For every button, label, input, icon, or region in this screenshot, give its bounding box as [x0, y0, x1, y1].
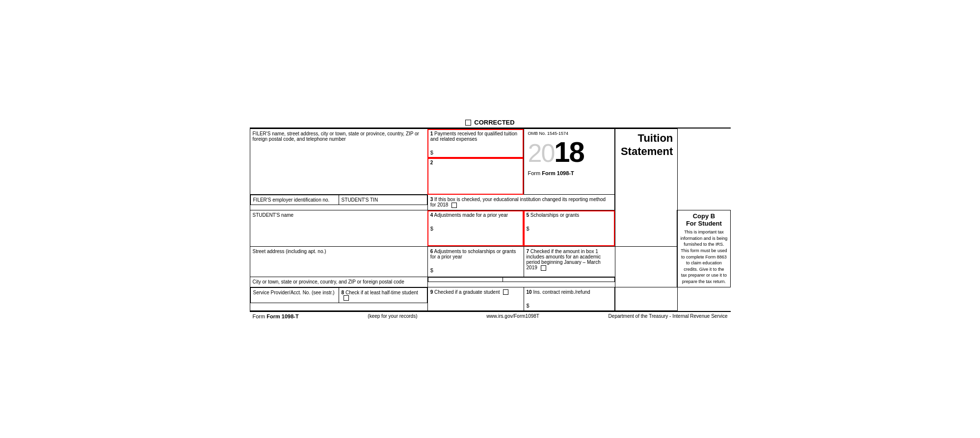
service-provider-label: Service Provider/Acct. No. (see instr.)	[253, 290, 335, 295]
footer-website: www.irs.gov/Form1098T	[486, 313, 539, 319]
form-name-bold: Form 1098-T	[542, 170, 574, 176]
student-tin-label: STUDENT'S TIN	[342, 197, 378, 203]
box8-9-10-cell	[427, 277, 615, 287]
copy-b-line2: For Student	[686, 220, 722, 227]
box1-dollar: $	[430, 150, 521, 155]
form-1098t: CORRECTED FILER'S name, street address, …	[250, 117, 731, 320]
filer-emp-id-label: FILER'S employer identification no.	[253, 197, 330, 203]
student-name-label: STUDENT'S name	[253, 212, 294, 218]
corrected-checkbox[interactable]	[465, 120, 471, 126]
city-cell: City or town, state or province, country…	[250, 277, 427, 287]
box8-row-cell	[428, 277, 503, 282]
year-display: 2018	[528, 138, 611, 166]
box9-num: 9	[430, 289, 433, 295]
service-provider-cell: Service Provider/Acct. No. (see instr.)	[250, 287, 339, 303]
city-label: City or town, state or province, country…	[253, 279, 404, 284]
ids-row-cell: FILER'S employer identification no. STUD…	[250, 195, 427, 210]
box4-num: 4	[430, 212, 433, 218]
year-cell: OMB No. 1545-1574 2018 Form Form 1098-T	[524, 129, 615, 195]
student-tin-cell: STUDENT'S TIN	[339, 195, 427, 205]
street-address-cell: Street address (including apt. no.)	[250, 246, 427, 277]
footer-keep-label: (keep for your records)	[368, 313, 417, 319]
box3-cell: 3 If this box is checked, your education…	[427, 195, 615, 210]
box5-label: Scholarships or grants	[530, 212, 580, 218]
street-address-label: Street address (including apt. no.)	[253, 249, 326, 254]
box10-dollar: $	[527, 303, 612, 309]
box10-num: 10	[527, 289, 532, 295]
title-line1: Tuition	[619, 132, 673, 145]
box8-num: 8	[342, 290, 344, 295]
box8-cell: 8 Check if at least half-time student	[339, 287, 427, 303]
copy-b-bottom	[615, 287, 677, 310]
box3-checkbox[interactable]	[451, 203, 457, 208]
copy-b-description: This is important tax information and is…	[680, 229, 727, 284]
box1-cell: 1 Payments received for qualified tuitio…	[427, 129, 524, 158]
copy-b-title: Copy B For Student	[680, 212, 727, 227]
footer-form-label: Form Form 1098-T	[253, 313, 299, 319]
student-name-cell: STUDENT'S name	[250, 210, 427, 246]
copy-b-cell: Copy B For Student This is important tax…	[677, 210, 730, 287]
copy-b-line1: Copy B	[693, 212, 715, 220]
box5-cell: 5 Scholarships or grants $	[524, 210, 615, 246]
form-name: Form Form 1098-T	[528, 170, 611, 176]
filer-name-cell: FILER'S name, street address, city or to…	[250, 129, 427, 195]
box4-dollar: $	[430, 226, 521, 232]
box7-cell: 7 Checked if the amount in box 1 include…	[524, 246, 615, 277]
service-provider-row: Service Provider/Acct. No. (see instr.) …	[250, 287, 427, 310]
box9-label: Checked if a graduate student	[434, 289, 500, 295]
box7-checkbox[interactable]	[541, 265, 546, 271]
box9-checkbox[interactable]	[503, 289, 508, 295]
box4-cell: 4 Adjustments made for a prior year $	[427, 210, 524, 246]
box6-label: Adjustments to scholarships or grants fo…	[430, 249, 516, 259]
year-prefix: 20	[528, 139, 555, 167]
box8-checkbox[interactable]	[344, 295, 349, 301]
box6-cell: 6 Adjustments to scholarships or grants …	[427, 246, 524, 277]
title-line2: Statement	[619, 145, 673, 158]
corrected-label: CORRECTED	[474, 119, 514, 126]
box2-cell: 2	[427, 158, 524, 195]
box7-num: 7	[527, 249, 530, 254]
box6-dollar: $	[430, 267, 521, 273]
box7-label: Checked if the amount in box 1 includes …	[527, 249, 601, 270]
box5-num: 5	[527, 212, 530, 218]
year-suffix: 18	[554, 136, 584, 168]
box1-label: Payments received for qualified tuition …	[430, 131, 517, 142]
box6-num: 6	[430, 249, 433, 254]
form-footer: Form Form 1098-T (keep for your records)…	[250, 311, 731, 321]
box5-dollar: $	[527, 226, 612, 232]
main-table: FILER'S name, street address, city or to…	[250, 129, 731, 310]
box1-num: 1	[430, 131, 433, 136]
filer-name-label: FILER'S name, street address, city or to…	[253, 131, 419, 142]
title-cell: Tuition Statement	[615, 129, 677, 246]
box10-label: Ins. contract reimb./refund	[533, 289, 590, 295]
filer-emp-id-cell: FILER'S employer identification no.	[250, 195, 339, 205]
footer-dept: Department of the Treasury - Internal Re…	[609, 313, 728, 319]
box9-cell: 9 Checked if a graduate student	[427, 287, 524, 310]
footer-form-bold: Form 1098-T	[266, 313, 298, 319]
box3-num: 3	[430, 197, 433, 202]
form-header: CORRECTED	[250, 117, 731, 129]
box2-num: 2	[430, 160, 433, 165]
omb-no: OMB No. 1545-1574	[528, 131, 611, 136]
box9-empty-cell	[503, 277, 614, 282]
box10-cell: 10 Ins. contract reimb./refund $	[524, 287, 615, 310]
box8-label: Check if at least half-time student	[345, 290, 418, 295]
box4-label: Adjustments made for a prior year	[434, 212, 508, 218]
